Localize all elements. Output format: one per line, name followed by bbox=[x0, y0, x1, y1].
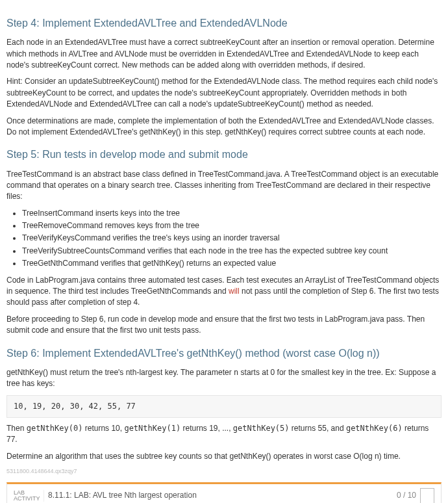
step6-p1: getNthKey() must return the tree's nth-l… bbox=[6, 367, 442, 390]
step5-heading: Step 5: Run tests in develop mode and su… bbox=[6, 147, 442, 162]
step6-p2: Then getNthKey(0) returns 10, getNthKey(… bbox=[6, 423, 442, 446]
list-item: TreeGetNthCommand verifies that getNthKe… bbox=[22, 258, 442, 269]
lab-activity-box: LAB ACTIVITY 8.11.1: LAB: AVL tree Nth l… bbox=[6, 482, 442, 503]
list-item: TreeVerifyKeysCommand verifies the tree'… bbox=[22, 233, 442, 244]
step5-list: TreeInsertCommand inserts keys into the … bbox=[22, 208, 442, 270]
lab-label: LAB ACTIVITY bbox=[14, 490, 41, 502]
code-block-keys: 10, 19, 20, 30, 42, 55, 77 bbox=[6, 395, 442, 418]
step6-p3: Determine an algorithm that uses the sub… bbox=[6, 451, 442, 462]
step5-p1: TreeTestCommand is an abstract base clas… bbox=[6, 169, 442, 203]
text: returns 10, bbox=[82, 424, 124, 433]
text: returns 19, ..., bbox=[180, 424, 233, 433]
lab-label-line2: ACTIVITY bbox=[14, 496, 41, 502]
list-item: TreeRemoveCommand removes keys from the … bbox=[22, 220, 442, 231]
text: returns 55, and bbox=[290, 424, 346, 433]
lab-title: 8.11.1: LAB: AVL tree Nth largest operat… bbox=[44, 490, 397, 501]
step5-p3: Before proceeding to Step 6, run code in… bbox=[6, 314, 442, 337]
text: Then bbox=[6, 424, 27, 433]
list-item: TreeVerifySubtreeCountsCommand verifies … bbox=[22, 246, 442, 257]
step4-heading: Step 4: Implement ExtendedAVLTree and Ex… bbox=[6, 16, 442, 31]
step4-p2: Hint: Consider an updateSubtreeKeyCount(… bbox=[6, 76, 442, 110]
step5-p2: Code in LabProgram.java contains three a… bbox=[6, 275, 442, 309]
emphasis-will: will bbox=[229, 287, 240, 296]
inline-code: getNthKey(6) bbox=[346, 424, 403, 433]
step4-p1: Each node in an ExtendedAVLTree must hav… bbox=[6, 37, 442, 71]
inline-code: getNthKey(1) bbox=[124, 424, 180, 433]
content-id: 5311800.4148644.qx3zqy7 bbox=[6, 467, 442, 476]
text: getNthKey() must return the tree's nth-l… bbox=[6, 368, 234, 377]
lab-score: 0 / 10 bbox=[397, 490, 420, 501]
inline-code: getNthKey(5) bbox=[233, 424, 290, 433]
score-shield-icon bbox=[420, 488, 434, 503]
inline-code: getNthKey(0) bbox=[27, 424, 83, 433]
step4-p3: Once determinations are made, complete t… bbox=[6, 116, 442, 138]
lab-header: LAB ACTIVITY 8.11.1: LAB: AVL tree Nth l… bbox=[7, 484, 441, 503]
list-item: TreeInsertCommand inserts keys into the … bbox=[22, 208, 442, 219]
step6-heading: Step 6: Implement ExtendedAVLTree's getN… bbox=[6, 346, 442, 361]
